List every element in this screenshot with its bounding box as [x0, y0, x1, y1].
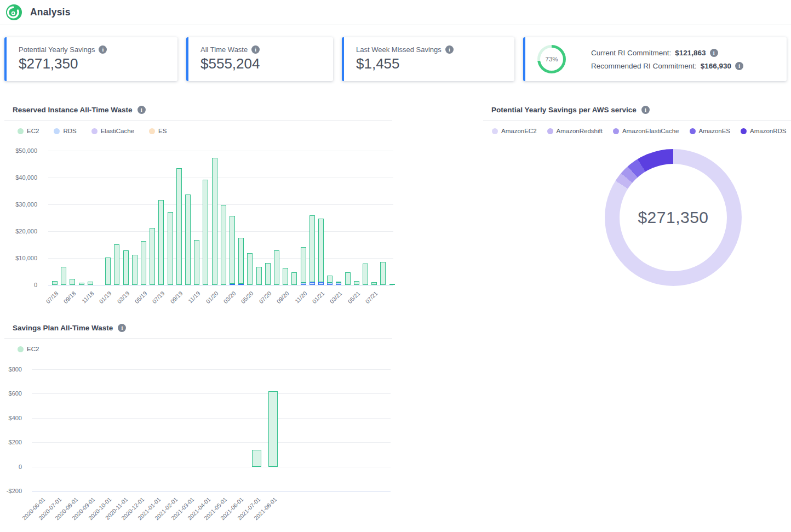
recommended-ri-commitment-value: $166,930 — [701, 62, 731, 70]
bar-ec2-06/21[interactable] — [363, 264, 368, 285]
bar-ec2-05/20[interactable] — [247, 253, 253, 285]
sp-bar-chart-plot: 2020-06-012020-07-012020-08-012020-09-01… — [32, 369, 391, 491]
bar-ec2-08/20[interactable] — [274, 250, 279, 285]
bar-ec2-09/20[interactable] — [283, 268, 288, 285]
bar-ec2-04/21[interactable] — [345, 272, 351, 285]
legend-item-amazones[interactable]: AmazonES — [690, 128, 731, 134]
bar-ec2-05/19[interactable] — [141, 241, 146, 285]
y-tick-label: $10,000 — [0, 254, 37, 262]
app-header: Analysis — [0, 0, 791, 25]
bar-rds-11/20[interactable] — [301, 283, 306, 285]
bar-ec2-02/21[interactable] — [327, 276, 333, 283]
bar-ec2-01/19[interactable] — [105, 258, 111, 285]
bar-rds-02/21[interactable] — [327, 283, 333, 285]
x-tick-label: 07/20 — [257, 290, 272, 305]
x-tick-label: 05/21 — [346, 290, 361, 305]
kpi-card-row: Potential Yearly Savingsi $271,350 All T… — [4, 37, 787, 81]
bar-ec2-08/18[interactable] — [61, 267, 66, 285]
bar-rds-03/20[interactable] — [230, 284, 235, 285]
legend-dot — [690, 128, 696, 134]
gridline — [32, 369, 391, 370]
bar-ec2-09/19[interactable] — [176, 168, 182, 285]
bar-ec2-07/20[interactable] — [265, 263, 271, 285]
bar-ec2-08/19[interactable] — [168, 212, 173, 285]
info-icon[interactable]: i — [641, 106, 650, 114]
y-tick-label: $600 — [0, 390, 22, 397]
kpi-card-potential-yearly-savings: Potential Yearly Savingsi $271,350 — [4, 37, 177, 81]
x-tick-label: 11/20 — [294, 290, 308, 305]
bar-ec2-12/20[interactable] — [309, 215, 315, 282]
legend-item-ec2[interactable]: EC2 — [18, 346, 39, 352]
bar-ec2-07/18[interactable] — [52, 281, 58, 285]
ri-coverage-gauge[interactable]: 73% — [537, 45, 566, 73]
gridline — [32, 491, 391, 491]
gridline — [32, 442, 391, 443]
bar-ec2-02/19[interactable] — [114, 244, 119, 285]
bar-ec2-10/20[interactable] — [291, 272, 297, 285]
legend-item-amazonec2[interactable]: AmazonEC2 — [492, 128, 537, 134]
legend-label: RDS — [63, 128, 76, 134]
legend-dot — [18, 128, 24, 134]
bar-rds-03/21[interactable] — [336, 283, 341, 285]
bar-ec2-11/19[interactable] — [194, 240, 199, 285]
bar-ec2-03/19[interactable] — [123, 250, 129, 285]
chart-title: Potential Yearly Savings per AWS service — [491, 106, 637, 114]
bar-ec2-11/20[interactable] — [301, 247, 306, 283]
info-icon[interactable]: i — [735, 62, 743, 70]
info-icon[interactable]: i — [137, 106, 146, 114]
bar-ec2-11/18[interactable] — [88, 282, 93, 285]
legend-item-es[interactable]: ES — [149, 128, 167, 134]
page-title: Analysis — [30, 7, 71, 18]
y-axis: $800$600$400$2000-$200 — [4, 369, 26, 491]
legend-item-elasticache[interactable]: ElastiCache — [91, 128, 134, 134]
info-icon[interactable]: i — [710, 49, 718, 57]
gridline — [32, 467, 391, 467]
bar-rds-12/20[interactable] — [309, 282, 315, 285]
bar-ec2-03/20[interactable] — [230, 216, 235, 284]
y-tick-label: $800 — [0, 365, 22, 373]
bar-ec2-04/20[interactable] — [238, 238, 244, 284]
legend-item-amazonredshift[interactable]: AmazonRedshift — [547, 128, 603, 134]
savings-per-service-chart-panel: Potential Yearly Savings per AWS service… — [483, 104, 791, 323]
legend-dot — [149, 128, 155, 134]
bar-ec2-06/20[interactable] — [256, 267, 262, 285]
info-icon[interactable]: i — [118, 324, 126, 332]
legend-label: AmazonElastiCache — [622, 128, 679, 134]
ri-bar-chart-plot: 07/1809/1811/1801/1903/1905/1907/1909/19… — [48, 151, 393, 285]
info-icon[interactable]: i — [445, 45, 454, 54]
bar-ec2-2021-07-01[interactable] — [252, 450, 261, 467]
bar-ec2-07/21[interactable] — [371, 282, 377, 285]
bar-rds-01/21[interactable] — [318, 282, 324, 285]
savings-donut-chart[interactable]: $271,350 — [605, 149, 742, 286]
x-tick-label: 03/21 — [329, 290, 343, 305]
bar-ec2-09/21[interactable] — [389, 284, 395, 285]
info-icon[interactable]: i — [99, 45, 107, 54]
bar-rds-04/20[interactable] — [238, 284, 244, 285]
bar-ec2-10/18[interactable] — [79, 283, 84, 285]
legend-item-amazonrds[interactable]: AmazonRDS — [741, 128, 786, 134]
bar-ec2-10/19[interactable] — [185, 195, 191, 285]
sp-chart-legend: EC2 — [4, 346, 392, 352]
legend-item-amazonelasticache[interactable]: AmazonElastiCache — [613, 128, 679, 134]
bar-ec2-06/19[interactable] — [150, 228, 155, 285]
spot-logo-icon[interactable] — [5, 4, 22, 21]
x-tick-label: 03/19 — [116, 290, 130, 305]
ri-all-time-waste-chart-panel: Reserved Instance All-Time Waste i EC2RD… — [4, 104, 392, 319]
x-tick-label: 11/19 — [187, 290, 202, 305]
bar-ec2-03/21[interactable] — [336, 282, 341, 283]
legend-item-rds[interactable]: RDS — [54, 128, 76, 134]
bar-ec2-01/21[interactable] — [318, 219, 324, 282]
divider — [4, 338, 392, 339]
bar-ec2-02/20[interactable] — [221, 205, 226, 285]
bar-ec2-2021-08-01[interactable] — [268, 391, 278, 467]
legend-item-ec2[interactable]: EC2 — [18, 128, 39, 134]
bar-ec2-07/19[interactable] — [158, 200, 164, 285]
bar-ec2-01/20[interactable] — [212, 158, 217, 285]
info-icon[interactable]: i — [251, 45, 260, 54]
bar-ec2-12/19[interactable] — [203, 180, 208, 285]
y-tick-label: $40,000 — [0, 174, 37, 181]
bar-ec2-04/19[interactable] — [132, 255, 137, 285]
bar-ec2-08/21[interactable] — [380, 262, 386, 285]
bar-ec2-09/18[interactable] — [70, 279, 75, 285]
bar-ec2-05/21[interactable] — [354, 281, 359, 285]
